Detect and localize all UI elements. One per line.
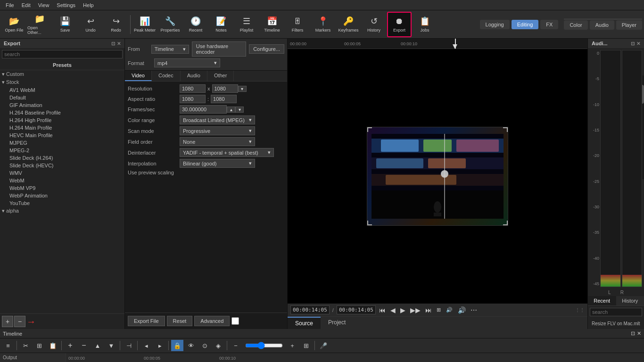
color-mode-button[interactable]: Color	[564, 20, 587, 30]
peak-meter-button[interactable]: 📊 Peak Meter	[132, 12, 157, 37]
redo-button[interactable]: ↪ Redo	[104, 12, 128, 37]
deinterlacer-dropdown[interactable]: YADIF - temporal + spatial (best) ▾	[180, 148, 274, 157]
undo-button[interactable]: ↩ Undo	[78, 12, 103, 37]
preset-wmv[interactable]: WMV	[0, 169, 124, 177]
fps-down-btn[interactable]: ▾	[235, 107, 244, 113]
save-button[interactable]: 💾 Save	[53, 12, 77, 37]
settings-ctrl-button[interactable]: ⋯	[469, 306, 479, 314]
preset-webm-vp9[interactable]: WebM VP9	[0, 184, 124, 192]
time-current-display[interactable]: 00:00:14;05	[290, 305, 330, 314]
skip-to-start-button[interactable]: ⏮	[378, 306, 387, 314]
preset-mjpeg[interactable]: MJPEG	[0, 139, 124, 147]
recent-item-mlt[interactable]: Resize FLV on Mac.mlt	[590, 320, 642, 327]
toggle-grid-button[interactable]: ⊞	[435, 307, 442, 313]
preset-search-input[interactable]	[2, 50, 123, 58]
keyframes-button[interactable]: 🔑 Keyframes	[336, 12, 361, 37]
preset-youtube[interactable]: YouTube	[0, 199, 124, 207]
fps-up-btn[interactable]: ▴	[227, 107, 235, 113]
volume-button[interactable]: 🔊	[456, 306, 467, 314]
menu-view[interactable]: View	[34, 1, 53, 9]
preset-group-stock[interactable]: Stock	[0, 78, 124, 86]
player-mode-button[interactable]: Player	[616, 20, 642, 30]
timeline-zoom-slider[interactable]	[245, 342, 283, 349]
preset-default[interactable]: Default	[0, 94, 124, 101]
timeline-zoom-out-button[interactable]: −	[230, 340, 242, 351]
panel-close-button[interactable]: ✕	[117, 41, 121, 46]
configure-button[interactable]: Configure...	[249, 44, 284, 54]
preset-slide-hevc[interactable]: Slide Deck (HEVC)	[0, 162, 124, 169]
preset-group-custom[interactable]: Custom	[0, 70, 124, 78]
project-tab[interactable]: Project	[321, 317, 353, 329]
scan-mode-dropdown[interactable]: Progressive ▾	[180, 126, 255, 135]
reset-button[interactable]: Reset	[167, 316, 193, 326]
export-checkbox[interactable]	[231, 317, 239, 325]
filters-button[interactable]: 🎚 Filters	[285, 12, 310, 37]
panel-float-button[interactable]: ⊡	[111, 41, 115, 46]
aspect-w-input[interactable]	[180, 95, 206, 103]
recent-button[interactable]: 🕐 Recent	[183, 12, 208, 37]
recent-tab[interactable]: Recent	[588, 296, 616, 306]
logging-mode-button[interactable]: Logging	[480, 20, 510, 29]
timeline-float-button[interactable]: ⊡	[631, 330, 635, 337]
preset-av1-webm[interactable]: AV1 WebM	[0, 86, 124, 94]
preset-slide-h264[interactable]: Slide Deck (H.264)	[0, 154, 124, 162]
preset-group-alpha[interactable]: alpha	[0, 207, 124, 215]
playlist-button[interactable]: ☰ Playlist	[234, 12, 259, 37]
markers-button[interactable]: 📍 Markers	[311, 12, 335, 37]
timeline-copy-button[interactable]: ⊞	[33, 340, 45, 351]
export-file-button[interactable]: Export File	[128, 316, 165, 326]
properties-button[interactable]: 🔧 Properties	[158, 12, 182, 37]
timeline-add-button[interactable]: +	[64, 340, 76, 351]
recent-search-input[interactable]	[590, 308, 642, 316]
history-tab[interactable]: History	[616, 296, 644, 306]
menu-edit[interactable]: Edit	[18, 1, 34, 9]
export-button[interactable]: ⏺ Export	[387, 12, 412, 37]
interpolation-dropdown[interactable]: Bilinear (good) ▾	[180, 159, 255, 168]
tab-other[interactable]: Other	[207, 71, 234, 81]
tab-video[interactable]: Video	[125, 71, 152, 81]
timeline-snap-button[interactable]: 🔒	[171, 340, 183, 351]
prev-frame-button[interactable]: ◀	[389, 306, 397, 314]
preset-webm[interactable]: WebM	[0, 177, 124, 184]
timeline-ripple-button[interactable]: 👁	[185, 340, 197, 351]
aspect-h-input[interactable]	[211, 95, 237, 103]
fps-input[interactable]	[180, 105, 227, 114]
advanced-button[interactable]: Advanced	[194, 316, 230, 326]
resolution-dropdown-btn[interactable]: ▾	[238, 86, 247, 92]
timeline-split-button[interactable]: ⊣	[123, 340, 135, 351]
audio-mode-button[interactable]: Audio	[590, 20, 614, 30]
timeline-remove-button[interactable]: −	[78, 340, 90, 351]
skip-to-end-button[interactable]: ⏭	[424, 306, 433, 314]
menu-settings[interactable]: Settings	[53, 1, 79, 9]
preset-h264-high[interactable]: H.264 High Profile	[0, 116, 124, 124]
add-preset-button[interactable]: +	[2, 316, 13, 327]
timeline-close-button[interactable]: ✕	[637, 330, 641, 337]
color-range-dropdown[interactable]: Broadcast Limited (MPEG) ▾	[180, 115, 255, 124]
next-frame-button[interactable]: ▶▶	[409, 306, 422, 314]
preset-h264-main[interactable]: H.264 Main Profile	[0, 124, 124, 132]
preset-gif[interactable]: GIF Animation	[0, 101, 124, 109]
source-tab[interactable]: Source	[288, 317, 321, 329]
remove-preset-button[interactable]: −	[14, 316, 25, 327]
open-file-button[interactable]: 📂 Open File	[2, 12, 26, 37]
timeline-menu-button[interactable]: ≡	[2, 340, 14, 351]
timeline-marker-button[interactable]: ◈	[212, 340, 224, 351]
fx-mode-button[interactable]: FX	[540, 20, 558, 29]
jobs-button[interactable]: 📋 Jobs	[413, 12, 437, 37]
timeline-zoom-in-button[interactable]: +	[286, 340, 298, 351]
use-hw-button[interactable]: Use hardware encoder	[192, 41, 246, 57]
timeline-cut-button[interactable]: ✂	[19, 340, 32, 351]
play-button[interactable]: ▶	[399, 306, 407, 314]
history-button[interactable]: ↺ History	[362, 12, 386, 37]
preset-hevc[interactable]: HEVC Main Profile	[0, 132, 124, 139]
notes-button[interactable]: 📝 Notes	[209, 12, 233, 37]
audio-close-button[interactable]: ✕	[636, 41, 640, 46]
timeline-next-button[interactable]: ▸	[154, 340, 166, 351]
editing-mode-button[interactable]: Editing	[512, 20, 539, 29]
timeline-fit-button[interactable]: ⊞	[300, 340, 312, 351]
menu-help[interactable]: Help	[79, 1, 98, 9]
tab-codec[interactable]: Codec	[152, 71, 181, 81]
timeline-lift-button[interactable]: ▲	[91, 340, 104, 351]
from-dropdown[interactable]: Timeline ▾	[151, 45, 189, 54]
timeline-ripple-all-button[interactable]: ⊙	[198, 340, 211, 351]
